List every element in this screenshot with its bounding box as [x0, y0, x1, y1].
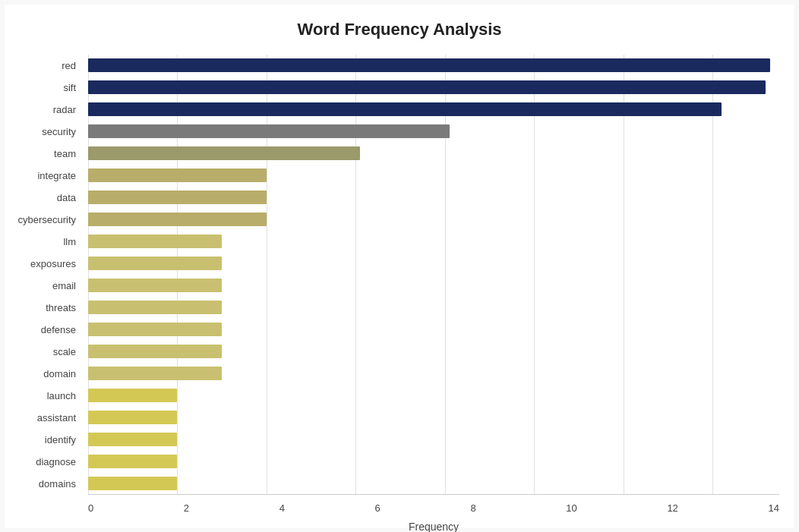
x-tick: 12: [667, 502, 677, 514]
bar: [88, 257, 222, 270]
x-tick: 14: [768, 502, 778, 514]
bar-row: [88, 343, 779, 360]
x-axis-label: Frequency: [409, 521, 459, 533]
y-label: integrate: [37, 167, 82, 184]
bar: [88, 190, 267, 204]
bar: [88, 235, 222, 248]
bar-row: [88, 431, 779, 448]
y-label: threats: [46, 299, 82, 316]
bar: [88, 124, 450, 138]
bar: [88, 102, 722, 116]
y-label: data: [57, 189, 82, 206]
bar-row: [88, 321, 779, 338]
bar: [88, 389, 177, 402]
bar-row: [88, 255, 779, 272]
bar: [88, 212, 267, 226]
y-label: red: [62, 57, 82, 74]
bar: [88, 80, 766, 94]
bar-row: [88, 167, 779, 184]
bar: [88, 455, 177, 468]
bar-row: [88, 299, 779, 316]
x-tick: 0: [88, 502, 93, 514]
x-tick: 10: [566, 502, 576, 514]
x-tick: 2: [184, 502, 189, 514]
bar-row: [88, 189, 779, 206]
chart-container: Word Frequency Analysis redsiftradarsecu…: [5, 5, 794, 528]
y-label: llm: [63, 233, 82, 250]
bar-row: [88, 233, 779, 250]
y-label: assistant: [37, 409, 82, 426]
bar: [88, 345, 222, 358]
bar-row: [88, 145, 779, 162]
y-label: launch: [47, 387, 82, 404]
y-label: cybersecurity: [17, 211, 82, 228]
bar: [88, 477, 177, 490]
bar-row: [88, 475, 779, 492]
bar-row: [88, 365, 779, 382]
x-tick: 8: [470, 502, 475, 514]
y-label: radar: [53, 101, 82, 118]
bar-row: [88, 387, 779, 404]
bar: [88, 146, 360, 160]
x-ticks: 02468101214: [88, 502, 779, 514]
x-tick: 4: [279, 502, 285, 514]
bar: [88, 168, 267, 182]
y-label: sift: [63, 79, 82, 96]
bar-row: [88, 211, 779, 228]
y-label: diagnose: [36, 453, 82, 470]
bar: [88, 411, 177, 424]
bar: [88, 58, 770, 72]
bar-row: [88, 123, 779, 140]
bar: [88, 301, 222, 314]
y-label: defense: [41, 321, 82, 338]
y-label: exposures: [30, 255, 82, 272]
y-label: domains: [39, 475, 82, 492]
bar: [88, 433, 177, 446]
bars-section: 02468101214 Frequency: [88, 55, 779, 495]
bar-row: [88, 57, 779, 74]
bar: [88, 279, 222, 292]
bar-row: [88, 101, 779, 118]
y-axis-labels: redsiftradarsecurityteamintegratedatacyb…: [20, 55, 88, 495]
bar-row: [88, 79, 779, 96]
x-tick: 6: [375, 502, 381, 514]
y-label: identify: [45, 431, 82, 448]
y-label: scale: [53, 343, 82, 360]
y-label: security: [42, 123, 82, 140]
y-label: email: [52, 277, 82, 294]
bar: [88, 367, 222, 380]
chart-title: Word Frequency Analysis: [20, 20, 779, 39]
bar: [88, 323, 222, 336]
x-axis-line: [88, 494, 779, 495]
bars-container: [88, 55, 779, 495]
y-label: team: [54, 145, 82, 162]
bar-row: [88, 409, 779, 426]
y-label: domain: [43, 365, 82, 382]
bar-row: [88, 453, 779, 470]
bar-row: [88, 277, 779, 294]
